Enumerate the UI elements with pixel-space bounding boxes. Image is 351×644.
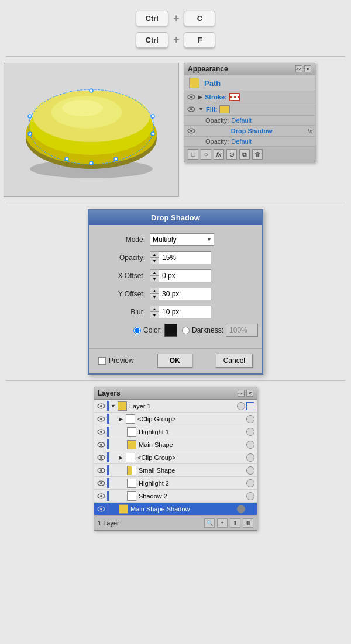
- copy-icon-btn[interactable]: ⧉: [239, 149, 250, 160]
- layer-row-mainshape[interactable]: Main Shape: [94, 438, 257, 451]
- eye-shadow2[interactable]: [97, 491, 106, 501]
- layer-row-clipgroup1[interactable]: ▶ <Clip Group>: [94, 413, 257, 425]
- highlight2-thumb: [127, 479, 136, 488]
- layer-row-layer1[interactable]: ▼ Layer 1: [94, 400, 257, 413]
- highlight1-circle[interactable]: [246, 428, 254, 436]
- path-row: Path: [184, 75, 315, 91]
- layers-close-btn[interactable]: ✕: [246, 390, 253, 397]
- color-swatch[interactable]: [164, 324, 177, 337]
- eye-smallshape[interactable]: [97, 466, 106, 475]
- shadow2-circle[interactable]: [246, 492, 254, 500]
- eye-clipgroup2[interactable]: [97, 453, 106, 462]
- mainshapeshadow-name: Main Shape Shadow: [130, 505, 236, 513]
- layers-move-btn[interactable]: ⬆: [230, 518, 240, 528]
- stroke-row[interactable]: ▶ Stroke:: [184, 91, 315, 103]
- f-key[interactable]: F: [184, 32, 215, 48]
- eye-mainshape[interactable]: [97, 440, 106, 449]
- ctrl-key-2[interactable]: Ctrl: [136, 32, 168, 48]
- fx-toolbar-btn[interactable]: fx: [214, 149, 224, 160]
- layer-row-smallshape[interactable]: Small Shape: [94, 464, 257, 477]
- mainshapeshadow-circle[interactable]: [237, 505, 245, 513]
- layer1-circle[interactable]: [237, 402, 245, 410]
- layer-row-shadow2[interactable]: Shadow 2: [94, 490, 257, 503]
- ok-button[interactable]: OK: [157, 354, 192, 368]
- drop-shadow-row[interactable]: Drop Shadow fx: [184, 126, 315, 137]
- panel-collapse-btn[interactable]: <<: [295, 65, 302, 72]
- panel-close-btn[interactable]: ✕: [304, 65, 311, 72]
- layer-row-highlight2[interactable]: Highlight 2: [94, 477, 257, 490]
- darkness-radio[interactable]: [182, 327, 190, 334]
- blur-spinner-btns[interactable]: ▲ ▼: [150, 306, 159, 318]
- darkness-input[interactable]: [226, 324, 258, 337]
- layer-row-clipgroup2[interactable]: ▶ <Clip Group>: [94, 451, 257, 464]
- svg-point-29: [100, 444, 102, 446]
- mode-select-wrap: Multiply ▼: [150, 233, 214, 246]
- layers-title: Layers: [98, 389, 121, 397]
- eye-highlight1[interactable]: [97, 427, 106, 437]
- highlight2-name: Highlight 2: [139, 480, 245, 487]
- mode-select[interactable]: Multiply: [150, 233, 214, 246]
- smallshape-circle[interactable]: [246, 466, 254, 475]
- mainshape-circle[interactable]: [246, 441, 254, 449]
- x-offset-spinner-btns[interactable]: ▲ ▼: [150, 269, 159, 282]
- circle-icon-btn[interactable]: ○: [201, 149, 211, 160]
- drop-shadow-label[interactable]: Drop Shadow: [231, 127, 273, 134]
- no-icon-btn[interactable]: ⊘: [226, 149, 237, 160]
- opacity-down[interactable]: ▼: [150, 258, 159, 264]
- clipgroup1-name: <Clip Group>: [137, 416, 245, 423]
- clipgroup1-arrow[interactable]: ▶: [119, 416, 126, 422]
- eye-layer1[interactable]: [97, 401, 106, 411]
- fill-arrow: ▼: [198, 106, 204, 112]
- layers-footer-icons: 🔍 + ⬆ 🗑: [204, 518, 253, 528]
- delete-icon-btn[interactable]: 🗑: [252, 149, 263, 160]
- eye-highlight2[interactable]: [97, 479, 106, 488]
- x-offset-up[interactable]: ▲: [150, 270, 159, 276]
- layer1-arrow[interactable]: ▼: [111, 403, 118, 409]
- x-offset-input[interactable]: 0 px: [159, 269, 211, 282]
- stroke-arrow: ▶: [198, 94, 202, 100]
- ctrl-key-1[interactable]: Ctrl: [136, 11, 168, 26]
- stroke-label: Stroke:: [205, 94, 227, 101]
- eye-icon-stroke[interactable]: [187, 94, 196, 101]
- clipgroup1-circle[interactable]: [246, 415, 254, 423]
- dialog-footer: Preview OK Cancel: [89, 348, 262, 373]
- fill-row[interactable]: ▼ Fill:: [184, 103, 315, 116]
- clipgroup2-circle[interactable]: [246, 453, 254, 462]
- layer-row-highlight1[interactable]: Highlight 1: [94, 425, 257, 438]
- blur-input[interactable]: 10 px: [159, 306, 211, 318]
- blur-up[interactable]: ▲: [150, 306, 159, 312]
- svg-point-33: [100, 469, 102, 472]
- plus-sign-2: +: [173, 34, 180, 46]
- y-offset-down[interactable]: ▼: [150, 294, 159, 300]
- y-offset-spinner-btns[interactable]: ▲ ▼: [150, 288, 159, 300]
- plus-sign-1: +: [173, 12, 180, 25]
- highlight2-circle[interactable]: [246, 479, 254, 487]
- layers-collapse-btn[interactable]: <<: [238, 390, 245, 397]
- c-key[interactable]: C: [184, 11, 215, 26]
- darkness-radio-group: Darkness:: [182, 324, 258, 337]
- search-icon-btn[interactable]: 🔍: [204, 518, 215, 528]
- mainshapeshadow-square[interactable]: [246, 505, 254, 513]
- layer-row-mainshapeshadow[interactable]: Main Shape Shadow: [94, 503, 257, 515]
- y-offset-up[interactable]: ▲: [150, 288, 159, 294]
- opacity-spinner-btns[interactable]: ▲ ▼: [150, 251, 159, 264]
- color-radio[interactable]: [133, 327, 141, 334]
- rect-icon-btn[interactable]: □: [188, 149, 198, 160]
- eye-icon-fill[interactable]: [187, 106, 196, 113]
- y-offset-input[interactable]: 30 px: [159, 288, 211, 300]
- eye-icon-shadow[interactable]: [187, 127, 196, 134]
- opacity-input[interactable]: 15%: [159, 251, 211, 264]
- layers-delete-btn[interactable]: 🗑: [243, 518, 253, 528]
- panel-bottom-toolbar: □ ○ fx ⊘ ⧉ 🗑: [184, 147, 315, 162]
- preview-checkbox[interactable]: [98, 357, 106, 365]
- layers-new-btn[interactable]: +: [217, 518, 228, 528]
- eye-mainshapeshadow[interactable]: [97, 504, 106, 514]
- layer1-square[interactable]: [246, 402, 254, 410]
- cancel-button[interactable]: Cancel: [216, 354, 253, 368]
- layers-section: Layers << ✕ ▼ Layer 1 ▶: [0, 381, 351, 539]
- eye-clipgroup1[interactable]: [97, 414, 106, 424]
- x-offset-down[interactable]: ▼: [150, 276, 159, 282]
- clipgroup2-arrow[interactable]: ▶: [119, 455, 126, 461]
- opacity-up[interactable]: ▲: [150, 252, 159, 258]
- blur-down[interactable]: ▼: [150, 312, 159, 318]
